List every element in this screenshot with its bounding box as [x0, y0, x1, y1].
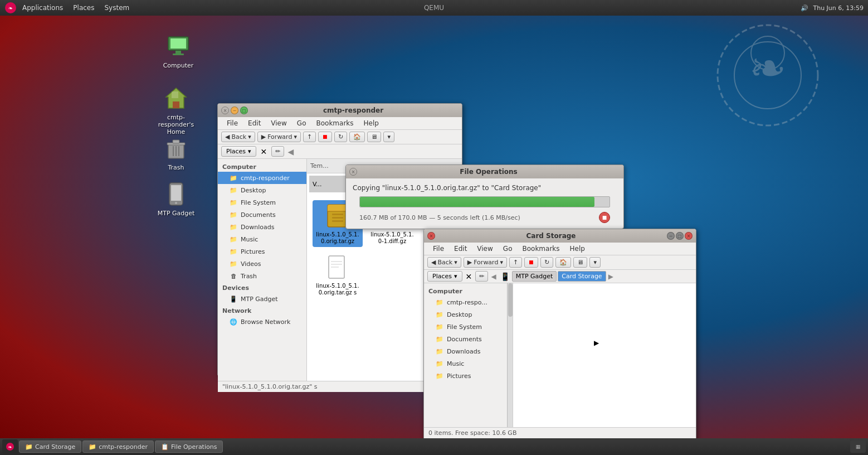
taskbar-show-desktop-btn[interactable]: ▦	[850, 441, 866, 453]
cs-places-arrow-icon: ▾	[454, 273, 457, 280]
cs-refresh-btn[interactable]: ↻	[540, 257, 553, 268]
sidebar-trash[interactable]: 🗑 Trash	[218, 270, 306, 282]
sidebar-cmtp-responder[interactable]: 📁 cmtp-responder	[218, 172, 306, 184]
cs-places-dropdown[interactable]: Places ▾	[427, 271, 462, 282]
cs-sidebar-scrollbar[interactable]	[507, 283, 513, 427]
more-btn[interactable]: ▾	[383, 132, 394, 142]
places-arrow-icon: ▾	[248, 148, 251, 155]
cs-breadcrumb-mtp[interactable]: MTP Gadget	[512, 271, 557, 282]
fo-close-btn[interactable]: ×	[349, 168, 357, 176]
panel-system[interactable]: System	[100, 3, 134, 13]
fo-titlebar[interactable]: × File Operations	[346, 165, 623, 178]
cs-menu-file[interactable]: File	[428, 244, 448, 254]
cs-breadcrumb-card-storage[interactable]: Card Storage	[558, 271, 606, 282]
cs-sidebar-filesystem[interactable]: 📁 File System	[424, 321, 513, 333]
sidebar-pictures[interactable]: 📁 Pictures	[218, 245, 306, 258]
cmtp-max-btn[interactable]: □	[240, 107, 248, 114]
cmtp-menubar: File Edit View Go Bookmarks Help	[218, 117, 462, 130]
panel-places[interactable]: Places	[69, 3, 99, 13]
sidebar-documents[interactable]: 📁 Documents	[218, 209, 306, 221]
cs-menu-edit[interactable]: Edit	[450, 244, 471, 254]
cmtp-menu-edit[interactable]: Edit	[243, 118, 265, 128]
svg-text:❧: ❧	[749, 42, 786, 94]
cs-sidebar-cmtp[interactable]: 📁 cmtp-respo...	[424, 296, 513, 308]
cs-titlebar[interactable]: × Card Storage − □ ×	[424, 229, 696, 243]
sidebar-mtp[interactable]: 📱 MTP Gadget	[218, 293, 306, 305]
cs-sidebar-music[interactable]: 📁 Music	[424, 357, 513, 370]
computer-btn[interactable]: 🖥	[367, 132, 381, 142]
forward-btn[interactable]: ▶ Forward ▾	[257, 132, 301, 142]
taskbar-cmtp-label: cmtp-responder	[99, 443, 148, 451]
cs-stop-icon: ⏹	[528, 259, 534, 266]
cs-sidebar-documents[interactable]: 📁 Documents	[424, 333, 513, 345]
folder-icon: 📁	[229, 173, 238, 182]
cmtp-close-btn[interactable]: ×	[221, 107, 229, 114]
places-close-icon[interactable]: ✕	[261, 147, 267, 156]
cs-stop-btn[interactable]: ⏹	[524, 257, 538, 268]
cs-home-btn[interactable]: 🏠	[555, 257, 571, 268]
cs-back-btn[interactable]: ◀ Back ▾	[427, 257, 461, 268]
cs-home-icon: 🏠	[559, 259, 567, 266]
panel-applications[interactable]: Applications	[18, 3, 67, 13]
back-btn[interactable]: ◀ Back ▾	[221, 132, 255, 142]
cmtp-menu-bookmarks[interactable]: Bookmarks	[311, 118, 358, 128]
cs-sidebar-desktop[interactable]: 📁 Desktop	[424, 308, 513, 321]
cs-sidebar-downloads[interactable]: 📁 Downloads	[424, 345, 513, 357]
sidebar-music[interactable]: 📁 Music	[218, 233, 306, 245]
cs-menu-bookmarks[interactable]: Bookmarks	[518, 244, 564, 254]
desktop-icon-mtp[interactable]: MTP Gadget	[154, 178, 198, 219]
cmtp-min-btn[interactable]: −	[231, 107, 238, 114]
cs-bookmark-icon: ✏	[479, 273, 484, 280]
sidebar-downloads[interactable]: 📁 Downloads	[218, 221, 306, 233]
cs-up-btn[interactable]: ↑	[509, 257, 522, 268]
cs-close-btn[interactable]: ×	[427, 232, 435, 240]
taskbar-start-icon[interactable]: ❧	[2, 439, 18, 454]
cs-edit-bookmark-btn[interactable]: ✏	[475, 271, 488, 282]
cs-menu-go[interactable]: Go	[499, 244, 517, 254]
desktop-icon-computer[interactable]: Computer	[156, 31, 201, 71]
edit-bookmark-btn[interactable]: ✏	[271, 146, 284, 157]
home-btn[interactable]: 🏠	[349, 132, 365, 142]
taskbar-card-storage[interactable]: 📁 Card Storage	[19, 441, 81, 453]
places-dropdown[interactable]: Places ▾	[221, 146, 256, 157]
file-item-text[interactable]: linux-5.1.0_5.1.0.orig.tar.gz s	[313, 251, 363, 298]
fo-stop-btn[interactable]: ■	[599, 212, 610, 223]
cs-cmtp-icon: 📁	[435, 298, 444, 307]
cmtp-menu-view[interactable]: View	[266, 118, 291, 128]
cs-dl-icon: 📁	[435, 347, 444, 356]
cs-sidebar-pictures[interactable]: 📁 Pictures	[424, 370, 513, 382]
sidebar-filesystem[interactable]: 📁 File System	[218, 196, 306, 209]
refresh-btn[interactable]: ↻	[334, 132, 347, 142]
computer-nav-icon: 🖥	[371, 133, 377, 141]
taskbar-cmtp[interactable]: 📁 cmtp-responder	[82, 441, 154, 453]
stop-btn[interactable]: ⏹	[318, 132, 332, 142]
cmtp-menu-file[interactable]: File	[222, 118, 242, 128]
home-icon	[163, 85, 189, 112]
cs-menu-help[interactable]: Help	[565, 244, 589, 254]
cs-status-text: 0 items. Free space: 10.6 GB	[428, 429, 516, 437]
cs-computer-icon: 🖥	[577, 259, 583, 266]
cs-min-btn[interactable]: −	[667, 232, 675, 240]
sidebar-music-label: Music	[241, 236, 258, 243]
sidebar-desktop[interactable]: 📁 Desktop	[218, 184, 306, 196]
cmtp-menu-go[interactable]: Go	[292, 118, 311, 128]
cs-places-close-icon[interactable]: ✕	[466, 272, 472, 281]
sidebar-browse-network[interactable]: 🌐 Browse Network	[218, 316, 306, 328]
cs-more-btn[interactable]: ▾	[589, 257, 601, 268]
cmtp-menu-help[interactable]: Help	[359, 118, 383, 128]
cs-forward-btn[interactable]: ▶ Forward ▾	[464, 257, 507, 268]
cs-computer-btn[interactable]: 🖥	[573, 257, 587, 268]
panel-volume-icon[interactable]: 🔊	[801, 4, 808, 12]
cs-fwd-arrow-icon: ▾	[500, 259, 503, 266]
cs-sidebar: Computer 📁 cmtp-respo... 📁 Desktop 📁 Fil…	[424, 283, 513, 427]
desktop-icon-trash[interactable]: Trash	[154, 133, 198, 173]
cs-scrollbar-thumb	[508, 283, 513, 317]
sidebar-videos[interactable]: 📁 Videos	[218, 258, 306, 270]
cs-x-btn[interactable]: ×	[685, 232, 693, 240]
cs-menu-view[interactable]: View	[472, 244, 497, 254]
cmtp-titlebar[interactable]: × − □ cmtp-responder	[218, 104, 462, 117]
cs-max-btn[interactable]: □	[676, 232, 684, 240]
up-btn[interactable]: ↑	[303, 132, 316, 142]
desktop-icon-home[interactable]: cmtp-responder'sHome	[154, 83, 198, 138]
taskbar-file-ops[interactable]: 📋 File Operations	[155, 441, 223, 453]
